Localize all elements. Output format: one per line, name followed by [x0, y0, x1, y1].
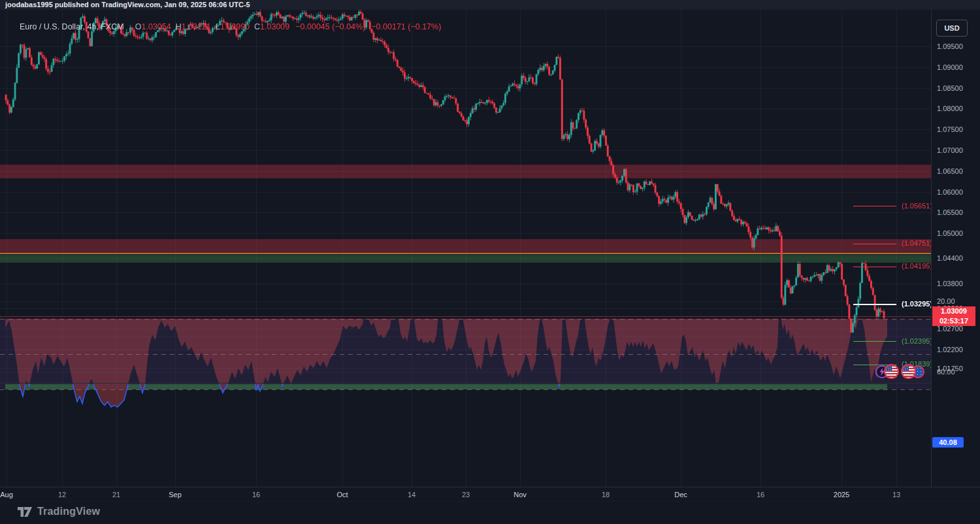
- time-axis-label: 16: [757, 491, 764, 499]
- us-flag-event-icon[interactable]: [884, 364, 899, 379]
- change-percent: −0.00171 (−0.17%): [371, 22, 441, 31]
- publish-banner: joodabas1995 published on TradingView.co…: [0, 0, 980, 10]
- price-level-line[interactable]: [853, 341, 896, 342]
- price-level-line[interactable]: [853, 304, 896, 305]
- rsi-axis-label: 60.00: [937, 368, 955, 376]
- price-axis-label: 1.04400: [937, 254, 963, 262]
- ohlc-high-value: 1.03121: [182, 22, 211, 31]
- price-axis-label: 1.06000: [937, 188, 963, 196]
- ohlc-open-value: 1.03054: [142, 22, 171, 31]
- rsi-axis-label: 20.00: [937, 297, 955, 305]
- time-axis[interactable]: Aug1221Sep16Oct1423Nov18Dec16202513: [0, 487, 980, 502]
- ohlc-close-key: C: [254, 22, 260, 31]
- price-axis-label: 1.07500: [937, 125, 963, 133]
- price-axis-label: 1.09000: [937, 63, 963, 71]
- rsi-value-label: 40.08: [932, 437, 964, 448]
- price-level-label: (1.04195): [902, 262, 932, 270]
- price-axis-label: 1.08500: [937, 84, 963, 92]
- price-level-line[interactable]: [853, 244, 896, 244]
- ohlc-low-value: 1.02990: [220, 22, 250, 31]
- us-flag-event-icon[interactable]: [901, 364, 916, 379]
- price-axis-label: 1.02200: [937, 346, 963, 353]
- time-axis-label: 21: [112, 491, 120, 499]
- price-level-label: (1.05651): [902, 202, 932, 210]
- tradingview-logo-icon: [17, 506, 33, 517]
- price-axis-label: 1.02700: [937, 325, 963, 333]
- price-axis-label: 1.05000: [937, 229, 963, 237]
- time-axis-label: 2025: [834, 491, 849, 499]
- bottom-bar: TradingView: [0, 501, 980, 524]
- symbol-legend[interactable]: Euro / U.S. Dollar, 4h, FXCMO1.03054H1.0…: [20, 22, 441, 31]
- price-level-label: (1.04751): [902, 239, 932, 247]
- price-axis-label: 1.09500: [937, 42, 963, 50]
- tradingview-watermark-text: TradingView: [37, 506, 100, 517]
- last-price-value: 1.03009: [932, 306, 975, 316]
- time-axis-label: 12: [58, 491, 66, 499]
- price-axis-label: 1.03800: [937, 280, 963, 287]
- ohlc-high-key: H: [176, 22, 182, 31]
- time-axis-label: 16: [252, 491, 260, 499]
- price-axis-label: 1.06500: [937, 167, 963, 175]
- time-axis-label: Dec: [674, 491, 687, 499]
- time-axis-label: Nov: [514, 491, 527, 499]
- publish-banner-text: joodabas1995 published on TradingView.co…: [5, 1, 250, 8]
- currency-toggle-button[interactable]: USD: [936, 20, 968, 37]
- time-axis-label: Sep: [169, 491, 182, 499]
- time-axis-label: 18: [602, 491, 610, 499]
- ohlc-open-key: O: [135, 22, 142, 31]
- price-axis-label: 1.05500: [937, 208, 963, 216]
- ohlc-close-value: 1.03009: [260, 22, 289, 31]
- chart-container[interactable]: (1.05651)(1.04751)(1.04195)(1.03295)(1.0…: [0, 0, 980, 524]
- price-level-line[interactable]: [853, 206, 896, 206]
- tradingview-watermark[interactable]: TradingView: [17, 506, 100, 517]
- price-level-label: (1.02395): [902, 337, 932, 345]
- price-level-line[interactable]: [853, 267, 896, 267]
- chart-canvas[interactable]: [0, 0, 980, 524]
- symbol-title[interactable]: Euro / U.S. Dollar, 4h, FXCM: [20, 22, 124, 31]
- change-absolute: −0.00045 (−0.04%): [295, 22, 365, 31]
- time-axis-label: Oct: [336, 491, 348, 499]
- time-axis-label: 13: [892, 491, 900, 499]
- time-axis-label: 23: [462, 491, 470, 499]
- time-axis-label: Aug: [0, 491, 13, 499]
- price-axis-label: 1.08000: [937, 105, 963, 112]
- ohlc-low-key: L: [216, 22, 220, 31]
- current-price-line: [0, 316, 931, 317]
- price-axis[interactable]: USD 1.095001.090001.085001.080001.075001…: [931, 10, 980, 501]
- price-axis-label: 1.07000: [937, 146, 963, 154]
- time-axis-label: 14: [408, 491, 416, 499]
- last-price-label: 1.03009 02:53:17: [932, 306, 975, 326]
- price-level-label: (1.03295): [902, 300, 932, 308]
- bar-countdown: 02:53:17: [932, 316, 975, 326]
